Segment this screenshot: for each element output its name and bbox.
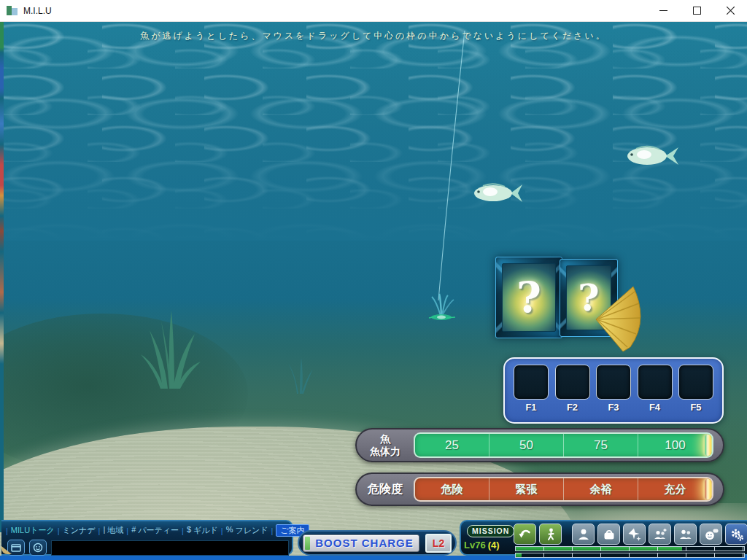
stamina-bar: 25 50 75 100 [414,432,713,458]
fkey-label: F2 [567,402,578,413]
community-button[interactable] [674,524,697,545]
level-display: Lv76(4) [464,540,500,551]
chat-window-icon [10,542,22,553]
close-icon [727,7,735,15]
boost-panel: BOOST CHARGE L2 [298,530,457,556]
level-value: Lv76 [464,540,486,551]
xp-fill-primary [516,547,682,551]
fish-tail-icon [592,281,643,356]
undo-button[interactable] [514,524,536,545]
minimize-button[interactable] [646,0,680,22]
app-icon [7,6,18,15]
chat-tab-party[interactable]: #パーティー [131,525,179,536]
undo-arrow-icon [518,527,533,542]
fkey-label: F4 [649,402,660,413]
walk-icon [543,527,558,542]
close-button[interactable] [713,0,747,22]
status-panel: MISSION Lv76(4) [460,520,747,556]
fkey-label: F5 [690,402,701,413]
stamina-value: 100 [638,434,712,456]
danger-label: 危険度 [368,483,403,496]
boost-charge-meter [305,537,310,550]
profile-icon [576,527,591,542]
stamina-value: 50 [489,434,563,456]
stamina-indicator [705,435,711,456]
add-friend-button[interactable] [649,524,671,545]
settings-button[interactable] [725,524,747,545]
l2-key-button[interactable]: L2 [425,534,452,553]
instruction-text: 魚が逃げようとしたら、マウスをドラッグして中心の枠の中からでないようにしてくださ… [0,30,747,42]
experience-bars [515,546,745,559]
bag-icon [602,527,616,542]
xp-bar-secondary [515,553,745,558]
messenger-button[interactable] [700,524,722,545]
maximize-icon [693,7,701,15]
chat-tab-minnade[interactable]: ミンナデ [63,525,96,536]
inventory-button[interactable] [597,524,620,545]
danger-level: 危険 [415,478,489,500]
fkey-slot-3[interactable] [596,365,631,400]
game-scene[interactable]: 魚が逃げようとしたら、マウスをドラッグして中心の枠の中からでないようにしてくださ… [0,22,747,560]
question-mark: ? [516,273,541,322]
sparkle-icon [627,527,642,542]
stamina-value: 75 [563,434,638,456]
danger-level: 緊張 [489,478,563,500]
mystery-box-1[interactable]: ? [495,257,562,338]
emote-smiley-icon [32,542,44,553]
chat-panel: | MILUトーク | ミンナデ | |地域 | #パーティー | $ギルド |… [1,520,293,556]
desktop-edge-sliver [0,22,4,532]
danger-indicator [705,479,711,499]
xp-fill-secondary [516,553,522,557]
fkey-label: F3 [608,402,619,413]
minimize-icon [659,7,667,15]
chat-tab-milu-talk[interactable]: MILUトーク [11,525,55,536]
app-window: M.I.L.U [0,0,747,560]
fkey-slot-4[interactable] [638,365,673,400]
fish-stamina-gauge: 魚 魚体力 25 50 75 100 [355,428,724,462]
character-button[interactable] [539,524,562,545]
danger-gauge: 危険度 危険 緊張 余裕 充分 [355,472,724,506]
mission-button[interactable]: MISSION [467,525,514,537]
chat-input[interactable] [51,540,289,556]
danger-level: 充分 [638,478,712,500]
maximize-button[interactable] [680,0,713,22]
boost-charge-label: BOOST CHARGE [310,537,419,549]
title-bar: M.I.L.U [0,0,747,22]
chat-tab-guild[interactable]: $ギルド [187,525,218,536]
stamina-label-top: 魚 [380,433,390,445]
danger-bar: 危険 緊張 余裕 充分 [414,477,713,502]
danger-level: 余裕 [563,478,638,500]
profile-button[interactable] [572,524,595,545]
xp-bar-primary [515,546,745,551]
skills-button[interactable] [623,524,646,545]
boost-charge-button[interactable]: BOOST CHARGE [303,534,419,552]
chat-bubble-icon [704,527,719,542]
chat-tab-friend[interactable]: %フレンド [226,525,268,536]
settings-gears-icon [729,527,744,542]
add-friend-icon [653,527,667,542]
emote-button[interactable] [29,540,47,556]
community-icon [678,527,693,542]
fkey-panel: F1 F2 F3 F4 F5 [503,357,724,424]
fkey-label: F1 [525,402,536,413]
window-title: M.I.L.U [23,6,52,16]
stamina-value: 25 [415,434,489,456]
fkey-slot-5[interactable] [678,365,713,400]
sub-level-value: (4) [488,540,500,551]
mystery-boxes: ? ? [495,255,627,343]
fkey-slot-1[interactable] [514,365,549,400]
fkey-slot-2[interactable] [555,365,590,400]
chat-tab-region[interactable]: |地域 [103,525,123,536]
stamina-label-bottom: 魚体力 [370,446,400,457]
